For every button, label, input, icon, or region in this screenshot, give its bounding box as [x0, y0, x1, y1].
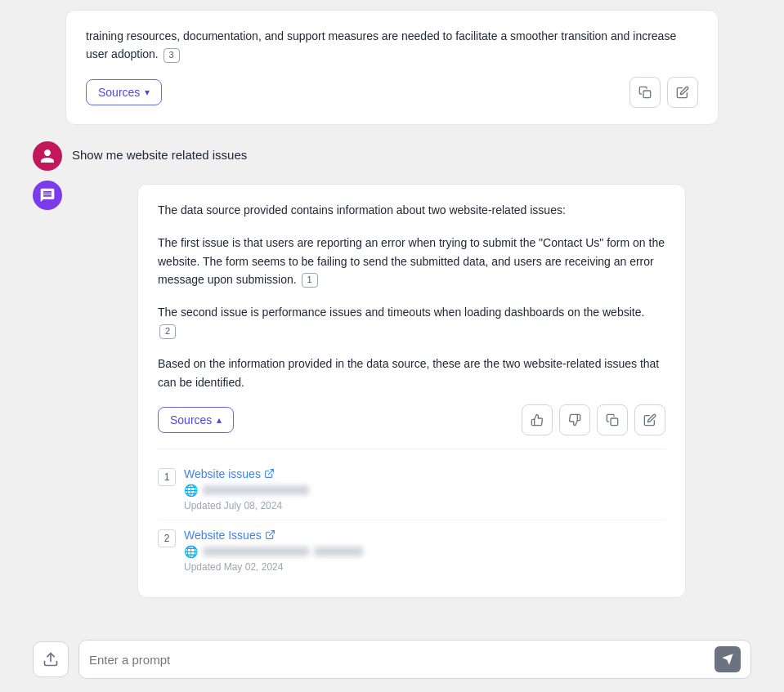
thumbdown-icon — [568, 413, 581, 426]
source-link-1[interactable]: Website issues — [184, 467, 309, 480]
edit-icon — [676, 86, 689, 99]
ai-chat-icon — [39, 187, 56, 203]
upload-button[interactable] — [33, 641, 69, 677]
source-url-blur-2b — [314, 547, 363, 556]
source-url-blur-1 — [203, 485, 309, 495]
second-actions-row: Sources ▴ — [158, 404, 665, 435]
source-number-2: 2 — [158, 529, 176, 547]
svg-rect-1 — [611, 418, 618, 426]
copy-button-2[interactable] — [597, 404, 628, 435]
source-meta-2: 🌐 — [184, 545, 363, 558]
user-avatar — [33, 141, 62, 171]
user-icon — [39, 148, 56, 164]
source-number-1: 1 — [158, 468, 176, 486]
edit-button-2[interactable] — [634, 404, 665, 435]
sources-section: 1 Website issues 🌐 — [158, 449, 665, 581]
thumbdown-button[interactable] — [559, 404, 590, 435]
external-link-icon-2 — [265, 529, 276, 540]
source-content-2: Website Issues 🌐 Update — [184, 529, 363, 573]
ai-message-row: The data source provided contains inform… — [0, 177, 784, 611]
citation-3: 3 — [164, 48, 180, 63]
conclusion-text: Based on the information provided in the… — [158, 355, 665, 391]
prompt-input-wrap — [78, 640, 751, 679]
second-sources-button[interactable]: Sources ▴ — [158, 407, 234, 433]
input-bar — [0, 630, 784, 692]
source-link-2[interactable]: Website Issues — [184, 529, 363, 542]
send-button[interactable] — [715, 646, 741, 672]
first-response-block: training resources, documentation, and s… — [65, 10, 719, 125]
source-date-1: Updated July 08, 2024 — [184, 500, 309, 511]
ai-avatar — [33, 181, 62, 210]
issue2-text: The second issue is performance issues a… — [158, 303, 665, 340]
prompt-input[interactable] — [89, 653, 715, 667]
user-message-text: Show me website related issues — [72, 141, 247, 165]
chat-container: training resources, documentation, and s… — [0, 0, 784, 676]
upload-icon — [43, 651, 59, 667]
source-content-1: Website issues 🌐 Updated July 08, 2024 — [184, 467, 309, 511]
copy-icon — [638, 86, 652, 99]
citation-1: 1 — [302, 273, 318, 288]
copy-icon-2 — [606, 413, 619, 426]
globe-icon-2: 🌐 — [184, 545, 198, 558]
thumbup-icon — [531, 413, 544, 426]
first-icon-group — [629, 77, 698, 108]
source-date-2: Updated May 02, 2024 — [184, 561, 363, 573]
first-actions-row: Sources ▾ — [86, 77, 698, 108]
send-icon — [721, 653, 734, 666]
svg-line-2 — [268, 470, 273, 475]
thumbup-button[interactable] — [522, 404, 553, 435]
copy-button-1[interactable] — [629, 77, 661, 108]
source-meta-1: 🌐 — [184, 484, 309, 497]
chevron-down-icon: ▾ — [145, 87, 150, 98]
edit-button-1[interactable] — [667, 77, 698, 108]
source-item-2: 2 Website Issues 🌐 — [158, 520, 665, 581]
external-link-icon-1 — [264, 468, 275, 479]
issue1-text: The first issue is that users are report… — [158, 234, 665, 288]
chevron-up-icon: ▴ — [217, 414, 222, 426]
first-sources-button[interactable]: Sources ▾ — [86, 79, 162, 105]
user-message-row: Show me website related issues — [0, 135, 784, 177]
citation-2: 2 — [159, 324, 176, 339]
first-response-text: training resources, documentation, and s… — [86, 27, 698, 64]
second-response-block: The data source provided contains inform… — [137, 184, 686, 598]
source-url-blur-2 — [203, 547, 309, 556]
edit-icon-2 — [643, 413, 656, 426]
intro-text: The data source provided contains inform… — [158, 201, 665, 219]
svg-line-3 — [269, 531, 274, 536]
source-item-1: 1 Website issues 🌐 — [158, 459, 665, 520]
globe-icon-1: 🌐 — [184, 484, 198, 497]
second-icon-group — [522, 404, 665, 435]
svg-rect-0 — [643, 91, 651, 98]
